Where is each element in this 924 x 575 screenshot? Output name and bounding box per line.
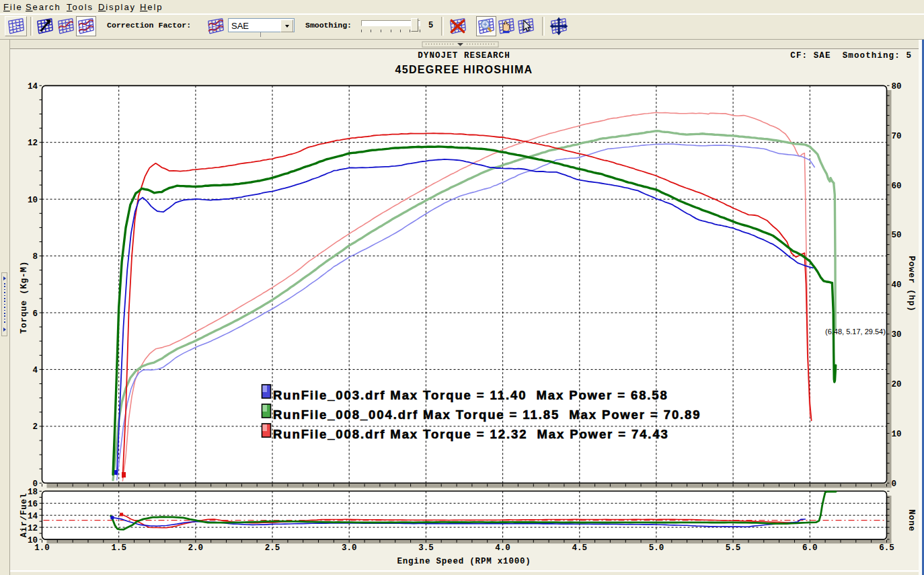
svg-text:10: 10: [28, 196, 38, 205]
svg-text:10: 10: [892, 430, 902, 439]
svg-text:16: 16: [28, 500, 38, 509]
svg-text:(6.48, 5.17, 29.54): (6.48, 5.17, 29.54): [825, 328, 886, 336]
svg-text:3.5: 3.5: [418, 543, 434, 553]
svg-text:6: 6: [32, 309, 38, 319]
svg-text:RunFile_008_004.drf Max Torque: RunFile_008_004.drf Max Torque = 11.85 M…: [273, 408, 701, 422]
svg-text:20: 20: [892, 380, 902, 389]
svg-text:80: 80: [892, 82, 902, 91]
svg-text:6.5: 6.5: [879, 543, 894, 553]
svg-text:8: 8: [32, 252, 38, 262]
svg-text:Power (hp): Power (hp): [907, 256, 916, 311]
svg-text:4.5: 4.5: [572, 543, 588, 553]
svg-text:Torque (Kg-M): Torque (Kg-M): [20, 261, 29, 334]
svg-text:1.0: 1.0: [34, 543, 50, 553]
svg-text:14: 14: [28, 82, 38, 91]
svg-text:1.5: 1.5: [111, 543, 126, 553]
svg-text:2.5: 2.5: [265, 543, 280, 553]
svg-text:12: 12: [28, 139, 38, 148]
svg-text:12: 12: [28, 524, 38, 533]
svg-text:3.0: 3.0: [342, 543, 357, 553]
svg-text:CF: SAE Smoothing: 5: CF: SAE Smoothing: 5: [790, 51, 912, 61]
svg-text:Engine Speed (RPM x1000): Engine Speed (RPM x1000): [397, 557, 531, 566]
svg-text:2.0: 2.0: [188, 543, 204, 553]
svg-text:0: 0: [892, 480, 897, 489]
svg-text:30: 30: [892, 330, 902, 340]
svg-text:Air/Fuel: Air/Fuel: [20, 493, 29, 537]
svg-text:2: 2: [32, 422, 38, 432]
svg-text:6.0: 6.0: [802, 543, 818, 553]
svg-text:RunFile_008.drf Max Torque = 1: RunFile_008.drf Max Torque = 12.32 Max P…: [273, 427, 669, 441]
svg-text:None: None: [907, 509, 916, 531]
svg-text:60: 60: [892, 182, 902, 191]
svg-text:70: 70: [892, 132, 902, 141]
svg-text:5.5: 5.5: [726, 543, 741, 553]
svg-text:5.0: 5.0: [649, 543, 664, 553]
svg-text:45DEGREE HIROSHIMA: 45DEGREE HIROSHIMA: [395, 64, 533, 75]
svg-text:50: 50: [892, 231, 902, 240]
svg-text:DYNOJET RESEARCH: DYNOJET RESEARCH: [418, 51, 510, 61]
svg-text:14: 14: [28, 512, 38, 521]
svg-text:RunFile_003.drf Max Torque = 1: RunFile_003.drf Max Torque = 11.40 Max P…: [273, 388, 668, 402]
svg-text:4: 4: [32, 366, 38, 375]
svg-text:18: 18: [28, 488, 38, 497]
svg-text:40: 40: [892, 280, 902, 290]
svg-text:4.0: 4.0: [495, 543, 510, 553]
